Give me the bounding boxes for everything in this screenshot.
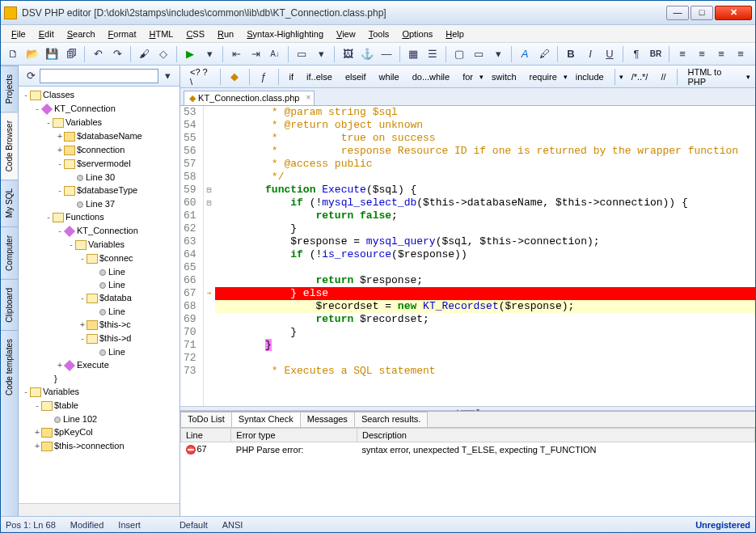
tree-node-classes[interactable]: Classes bbox=[43, 90, 74, 99]
tree-var[interactable]: $this->d bbox=[99, 333, 131, 343]
error-row[interactable]: 67PHP Parse error:syntax error, unexpect… bbox=[181, 442, 755, 457]
menu-css[interactable]: CSS bbox=[180, 27, 210, 40]
sidetab-computer[interactable]: Computer bbox=[1, 226, 18, 279]
snippet-elseif[interactable]: elseif bbox=[340, 70, 371, 83]
input-icon[interactable]: ▭ bbox=[470, 45, 488, 63]
menu-help[interactable]: Help bbox=[440, 27, 470, 40]
tree-line[interactable]: Line bbox=[108, 280, 125, 290]
tree-filter-input[interactable] bbox=[40, 69, 158, 83]
tree-var[interactable]: $databaseName bbox=[77, 131, 142, 141]
error-table[interactable]: LineError typeDescription 67PHP Parse er… bbox=[180, 428, 755, 516]
tree-hscroll[interactable] bbox=[19, 503, 179, 516]
tree-line[interactable]: Line bbox=[108, 307, 125, 316]
menu-options[interactable]: Options bbox=[396, 27, 438, 40]
code-line-59[interactable]: function Execute($sql) { bbox=[215, 184, 755, 197]
bottom-tab-messages[interactable]: Messages bbox=[300, 412, 355, 427]
code-line-55[interactable]: * true on success bbox=[215, 132, 755, 145]
tree-var[interactable]: $servermodel bbox=[77, 159, 131, 168]
tree-line[interactable]: Line 102 bbox=[63, 414, 97, 424]
undo-icon[interactable]: ↶ bbox=[89, 45, 107, 63]
snippet-htmltophp[interactable]: HTML to PHP bbox=[683, 66, 745, 88]
snippet-for[interactable]: for bbox=[458, 70, 478, 83]
function-icon[interactable]: ƒ bbox=[256, 68, 272, 86]
class-tree[interactable]: -Classes -KT_Connection -Variables +$dat… bbox=[19, 87, 179, 503]
tree-line[interactable]: Line bbox=[108, 347, 125, 357]
bottom-tab-search-results-[interactable]: Search results. bbox=[354, 412, 428, 427]
underline-icon[interactable]: U bbox=[601, 45, 619, 63]
font-icon[interactable]: A bbox=[516, 45, 534, 63]
code-line-60[interactable]: if (!mysql_select_db($this->databaseName… bbox=[215, 197, 755, 209]
code-line-70[interactable]: } bbox=[215, 326, 755, 339]
tree-line[interactable]: Line 30 bbox=[86, 172, 115, 182]
snippet-if[interactable]: if bbox=[285, 70, 299, 83]
close-tab-icon[interactable]: × bbox=[306, 93, 311, 102]
menu-edit[interactable]: Edit bbox=[33, 27, 60, 40]
indent-right-icon[interactable]: ⇥ bbox=[247, 45, 264, 63]
table-icon[interactable]: ▦ bbox=[404, 45, 422, 63]
menu-run[interactable]: Run bbox=[212, 27, 239, 40]
snippet-dowhile[interactable]: do...while bbox=[408, 70, 454, 83]
snippet-include[interactable]: include bbox=[571, 70, 609, 83]
hr-icon[interactable]: — bbox=[378, 45, 395, 63]
sidetab-code-templates[interactable]: Code templates bbox=[1, 330, 18, 404]
dropdown-icon[interactable]: ▾ bbox=[479, 73, 484, 81]
anchor-icon[interactable]: ⚓ bbox=[358, 45, 376, 63]
code-line-71[interactable]: } bbox=[215, 339, 755, 352]
sidetab-my-sql[interactable]: My SQL bbox=[1, 180, 18, 226]
save-all-icon[interactable]: 🗐 bbox=[62, 45, 80, 63]
rect-icon[interactable]: ▭ bbox=[293, 45, 310, 63]
menu-syntax-highlighting[interactable]: Syntax-Highlighting bbox=[241, 27, 329, 40]
run-icon[interactable]: ▶ bbox=[181, 45, 199, 63]
tree-var[interactable]: $databaseType bbox=[77, 185, 137, 195]
code-line-66[interactable]: return $response; bbox=[215, 274, 755, 287]
tree-line[interactable]: Line bbox=[108, 267, 125, 277]
tree-node-class[interactable]: KT_Connection bbox=[54, 104, 116, 113]
snippet-[interactable]: // bbox=[656, 70, 670, 83]
code-line-62[interactable]: } bbox=[215, 222, 755, 235]
err-col[interactable]: Line bbox=[181, 429, 231, 442]
menu-search[interactable]: Search bbox=[61, 27, 101, 40]
err-col[interactable]: Description bbox=[357, 429, 754, 442]
close-button[interactable]: ✕ bbox=[715, 6, 752, 20]
dropdown-icon[interactable]: ▾ bbox=[564, 73, 568, 81]
menu-format[interactable]: Format bbox=[103, 27, 142, 40]
save-icon[interactable]: 💾 bbox=[43, 45, 61, 63]
code-line-69[interactable]: return $recordset; bbox=[215, 313, 755, 326]
menu-view[interactable]: View bbox=[331, 27, 361, 40]
tree-node-functions[interactable]: Functions bbox=[65, 212, 104, 222]
snippet-switch[interactable]: switch bbox=[487, 70, 522, 83]
form-icon[interactable]: ▢ bbox=[450, 45, 468, 63]
snippet-icon[interactable]: ◆ bbox=[226, 68, 243, 86]
snippet-ifelse[interactable]: if..else bbox=[302, 70, 337, 83]
brush-icon[interactable]: 🖌 bbox=[135, 45, 153, 63]
case-icon[interactable]: A↓ bbox=[266, 45, 284, 63]
bold-icon[interactable]: B bbox=[562, 45, 580, 63]
align-justify-icon[interactable]: ≡ bbox=[732, 45, 750, 63]
dropdown-icon[interactable]: ▾ bbox=[746, 73, 750, 81]
italic-icon[interactable]: I bbox=[581, 45, 599, 63]
br-icon[interactable]: BR bbox=[647, 45, 665, 63]
tree-line[interactable]: Line 37 bbox=[86, 199, 115, 209]
code-line-63[interactable]: $response = mysql_query($sql, $this->con… bbox=[215, 235, 755, 248]
tree-func[interactable]: Execute bbox=[77, 360, 109, 370]
redo-icon[interactable]: ↷ bbox=[108, 45, 126, 63]
snippet-require[interactable]: require bbox=[525, 70, 562, 83]
para-icon[interactable]: ¶ bbox=[627, 45, 645, 63]
code-line-54[interactable]: * @return object unknown bbox=[215, 119, 755, 132]
tree-refresh-icon[interactable]: ⟳ bbox=[22, 67, 40, 85]
code-line-53[interactable]: * @param string $sql bbox=[215, 106, 755, 119]
list-icon[interactable]: ☰ bbox=[424, 45, 441, 63]
bottom-tab-syntax-check[interactable]: Syntax Check bbox=[231, 412, 301, 427]
rect-dropdown-icon[interactable]: ▾ bbox=[312, 45, 330, 63]
menu-file[interactable]: File bbox=[6, 27, 32, 40]
new-file-icon[interactable]: 🗋 bbox=[4, 45, 22, 63]
tree-node-variables[interactable]: Variables bbox=[65, 117, 102, 127]
indent-left-icon[interactable]: ⇤ bbox=[227, 45, 245, 63]
align-right-icon[interactable]: ≡ bbox=[712, 45, 730, 63]
code-line-58[interactable]: */ bbox=[215, 171, 755, 184]
tree-var[interactable]: $databa bbox=[99, 293, 132, 302]
eraser-icon[interactable]: ◇ bbox=[154, 45, 172, 63]
bottom-tab-todo-list[interactable]: ToDo List bbox=[180, 412, 232, 427]
file-tab[interactable]: ◆ KT_Connection.class.php × bbox=[184, 91, 315, 105]
tree-node-variables[interactable]: Variables bbox=[43, 387, 79, 396]
